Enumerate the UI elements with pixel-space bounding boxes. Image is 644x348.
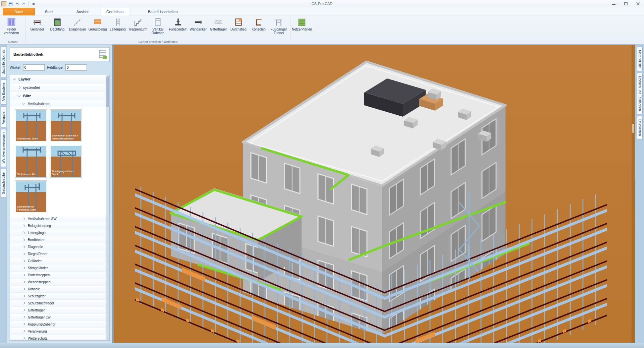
- chevron-right-icon: [22, 337, 25, 340]
- tab-datei[interactable]: Datei: [3, 8, 35, 15]
- app-icon: [1, 1, 6, 6]
- chevron-right-icon: [22, 259, 25, 262]
- chevron-right-icon: [22, 288, 25, 290]
- leitergang-button[interactable]: Leitergang: [108, 16, 128, 31]
- chevron-right-icon: [22, 217, 25, 220]
- chevron-right-icon: [18, 86, 20, 89]
- feldlaenge-input[interactable]: [65, 64, 87, 71]
- tab-materialliste[interactable]: Materialliste: [637, 47, 643, 71]
- component-library-panel: Bauteilbibliothek Winkel Feldlänge Layhe…: [7, 45, 113, 343]
- tree-item[interactable]: Verankerung: [10, 328, 109, 335]
- undo-icon: [15, 2, 19, 6]
- diagonalen-button[interactable]: Diagonalen: [67, 16, 88, 31]
- wandanker-button[interactable]: Wandanker: [188, 16, 208, 31]
- fussspindeln-button[interactable]: Fußspindeln: [168, 16, 188, 31]
- tree-item[interactable]: Wetterschutz: [10, 335, 109, 341]
- chevron-right-icon: [22, 245, 25, 248]
- dachfang-icon: [52, 17, 62, 27]
- group-label-geruest: Gerüst: [0, 40, 25, 44]
- durchstieg-button[interactable]: Durchstieg: [228, 16, 249, 31]
- tree-item-vertikalrahmen[interactable]: Vertikalrahmen: [10, 100, 109, 107]
- scrollbar-thumb[interactable]: [632, 124, 634, 133]
- thumbnail-stellrahmen-alu[interactable]: Stellrahmen, Alu: [15, 145, 47, 178]
- geruestbelag-button[interactable]: Gerüstbelag: [88, 16, 108, 31]
- tree-item[interactable]: Wendeltreppen: [10, 279, 109, 286]
- fussgaenger-tunnel-icon: [274, 17, 284, 27]
- tab-gebaeudeeditor[interactable]: Gebäudeeditor: [1, 169, 6, 197]
- konsolen-button[interactable]: Konsolen: [249, 16, 269, 31]
- tree-item[interactable]: Gitterträger LW: [10, 314, 109, 321]
- tree-item[interactable]: Konsole: [10, 286, 109, 293]
- gelaender-icon: [32, 17, 42, 27]
- undo-button[interactable]: [14, 1, 20, 6]
- tree-item[interactable]: Stirngeländer: [10, 265, 109, 272]
- fussgaenger-tunnel-button[interactable]: Fußgänger Tunnel: [269, 16, 289, 35]
- tab-vorgaben[interactable]: Vorgaben: [1, 106, 6, 127]
- thumbnail-stellrahmen-stahl-4[interactable]: Stellrahmen Stahl mit 4 Gebäudefußstütze…: [50, 109, 82, 142]
- tree-item[interactable]: Podesttreppen: [10, 272, 109, 279]
- tree-item[interactable]: Leitergänge: [10, 229, 109, 236]
- feldlaenge-label: Feldlänge: [47, 65, 63, 69]
- tree-scrollbar[interactable]: [106, 75, 109, 340]
- customize-toolbar-button[interactable]: [31, 1, 36, 6]
- tree-item[interactable]: Schutzgitter: [10, 293, 109, 300]
- tree-item[interactable]: Gitterträger: [10, 307, 109, 314]
- thumbnail-stellrahmen-feldabzug[interactable]: Stellrahmen für Feldabzug, Stahl: [15, 180, 47, 213]
- tree-item[interactable]: Bordbretter: [10, 236, 109, 243]
- tab-wandverankerungen[interactable]: Wandverankerungen: [1, 129, 6, 167]
- maximize-icon: [624, 2, 628, 5]
- tab-drucklisten[interactable]: Drucklisten: [637, 116, 643, 139]
- minimize-button[interactable]: [608, 0, 620, 7]
- chevron-right-icon: [22, 295, 25, 297]
- netze-planen-button[interactable]: Netze/Planen: [292, 16, 312, 31]
- tree-item[interactable]: Belagsicherung: [10, 222, 109, 229]
- tree-item[interactable]: Geländer: [10, 257, 109, 265]
- viewport-scrollbar[interactable]: [632, 45, 635, 343]
- tree-item-systemfrei[interactable]: systemfrei: [10, 83, 109, 92]
- tree-item[interactable]: Vertikalrahmen SW: [10, 215, 109, 222]
- fussspindeln-icon: [173, 17, 183, 27]
- vertikal-rahmen-icon: [153, 17, 163, 27]
- save-button[interactable]: [8, 1, 13, 6]
- component-tree: Layher systemfrei Blitz Vertikalrahmen S…: [10, 75, 110, 341]
- panel-title: Bauteilbibliothek: [13, 52, 43, 56]
- panel-header: Bauteilbibliothek: [10, 47, 110, 61]
- dachfang-button[interactable]: Dachfang: [47, 16, 67, 31]
- library-view-icon[interactable]: [97, 49, 107, 60]
- gelaender-button[interactable]: Geländer: [27, 16, 47, 31]
- title-bar: CS-Pro CAD: [0, 0, 644, 7]
- winkel-input[interactable]: [23, 64, 45, 71]
- felder-veraendern-icon: [6, 17, 16, 27]
- diagonalen-icon: [72, 17, 83, 27]
- tree-item[interactable]: Diagonale: [10, 243, 109, 250]
- tree-item[interactable]: Riegel/Rohre: [10, 250, 109, 257]
- leitergang-icon: [113, 17, 123, 27]
- wandanker-icon: [193, 17, 203, 27]
- tree-item[interactable]: Schutzdachträger: [10, 300, 109, 307]
- window-controls: [608, 0, 644, 7]
- thumbnail-stellrahmen-stahl[interactable]: Stellrahmen, Stahl: [15, 109, 47, 142]
- tab-geruestbau[interactable]: Gerüstbau: [101, 8, 129, 15]
- maximize-button[interactable]: [620, 0, 632, 7]
- tab-bauteil-bearbeiten[interactable]: Bauteil bearbeiten: [143, 8, 183, 15]
- tab-alle-bauteile[interactable]: Alle Bauteile: [1, 79, 6, 105]
- tree-item-blitz[interactable]: Blitz: [10, 92, 109, 100]
- treppenturm-button[interactable]: Treppenturm: [128, 16, 148, 31]
- scrollbar-thumb[interactable]: [106, 76, 109, 107]
- gittertraeger-button[interactable]: Gitterträger: [208, 16, 228, 31]
- tab-start[interactable]: Start: [40, 8, 58, 15]
- tab-ebenen-teilflaechen[interactable]: Ebenen und Teilflächen: [637, 73, 643, 114]
- felder-veraendern-button[interactable]: Felder verändern: [1, 16, 21, 35]
- vertikal-rahmen-button[interactable]: Vertikal Rahmen: [148, 16, 168, 35]
- chevron-right-icon: [22, 316, 25, 318]
- tree-item-layher[interactable]: Layher: [10, 75, 109, 83]
- chevron-right-icon: [22, 238, 25, 241]
- tab-bauteilbibliothek[interactable]: Bauteilbibliothek: [1, 47, 6, 78]
- tab-ansicht[interactable]: Ansicht: [71, 8, 94, 15]
- close-button[interactable]: [632, 0, 644, 7]
- 3d-viewport[interactable]: [113, 45, 635, 343]
- tree-item[interactable]: Kupplung/Zubehör: [10, 321, 109, 328]
- netze-planen-icon: [297, 17, 307, 27]
- thumbnail-durchgangsrahmen[interactable]: Durchgangsrahmen Stahl: [50, 145, 82, 178]
- redo-button[interactable]: [21, 1, 26, 6]
